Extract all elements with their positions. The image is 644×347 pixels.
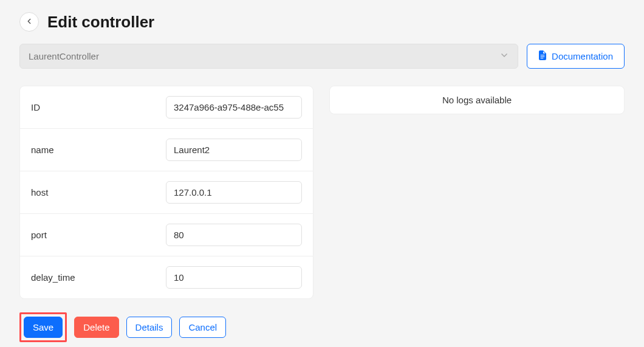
actions-row: Save Delete Details Cancel xyxy=(19,312,625,342)
form-row-id: ID xyxy=(20,86,313,129)
form-panel: ID name host port delay_time xyxy=(19,86,313,299)
delete-button[interactable]: Delete xyxy=(74,317,118,338)
form-row-delay-time: delay_time xyxy=(20,256,313,298)
id-input[interactable] xyxy=(166,96,302,119)
id-label: ID xyxy=(31,102,40,112)
delay-time-input[interactable] xyxy=(166,266,302,289)
form-row-port: port xyxy=(20,214,313,256)
port-label: port xyxy=(31,230,47,240)
controller-type-select[interactable]: LaurentController xyxy=(19,44,518,69)
file-icon xyxy=(538,50,547,62)
chevron-left-icon xyxy=(25,17,33,27)
delay-time-label: delay_time xyxy=(31,272,75,283)
documentation-label: Documentation xyxy=(552,51,613,61)
name-label: name xyxy=(31,145,54,155)
documentation-button[interactable]: Documentation xyxy=(527,44,625,69)
page-title: Edit controller xyxy=(47,13,154,32)
save-button[interactable]: Save xyxy=(24,317,63,338)
content-row: ID name host port delay_time No logs ava… xyxy=(19,86,625,299)
form-row-name: name xyxy=(20,129,313,171)
host-label: host xyxy=(31,187,48,198)
cancel-button[interactable]: Cancel xyxy=(179,317,226,338)
details-button[interactable]: Details xyxy=(126,317,173,338)
logs-empty-text: No logs available xyxy=(442,95,512,105)
chevron-down-icon xyxy=(499,50,509,62)
port-input[interactable] xyxy=(166,224,302,246)
host-input[interactable] xyxy=(166,181,302,204)
top-row: LaurentController Documentation xyxy=(19,44,625,69)
save-highlight: Save xyxy=(19,312,67,342)
page-header: Edit controller xyxy=(19,12,625,32)
name-input[interactable] xyxy=(166,139,302,161)
form-row-host: host xyxy=(20,171,313,214)
controller-type-value: LaurentController xyxy=(29,51,99,61)
logs-panel: No logs available xyxy=(329,86,625,114)
back-button[interactable] xyxy=(19,12,39,32)
